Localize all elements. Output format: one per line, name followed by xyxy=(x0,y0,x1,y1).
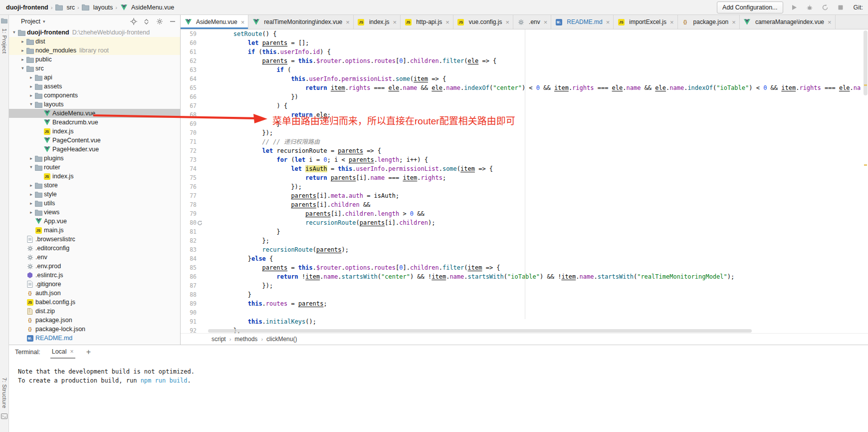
tab-close-icon[interactable]: × xyxy=(393,19,397,25)
tree-item-package.json[interactable]: {}package.json xyxy=(9,316,180,325)
tree-chevron-icon[interactable]: ▸ xyxy=(28,201,34,206)
editor-breadcrumb-item-clickMenu()[interactable]: clickMenu() xyxy=(266,336,297,343)
editor-tab-.env[interactable]: .env× xyxy=(513,15,551,29)
tree-item-assets[interactable]: ▸assets xyxy=(9,82,180,91)
project-view-selector[interactable]: Project xyxy=(21,18,40,25)
editor-tab-vue.config.js[interactable]: JSvue.config.js× xyxy=(453,15,513,29)
stripe-project-label[interactable]: 1: Project xyxy=(1,28,7,53)
tree-chevron-icon[interactable]: ▸ xyxy=(28,183,34,188)
editor-tab-http-api.js[interactable]: JShttp-api.js× xyxy=(401,15,453,29)
tree-item-api[interactable]: ▸api xyxy=(9,73,180,82)
stop-icon[interactable] xyxy=(836,3,845,12)
tab-close-icon[interactable]: × xyxy=(505,19,509,25)
tree-chevron-icon[interactable]: ▸ xyxy=(28,84,34,89)
tree-chevron-icon[interactable]: ▸ xyxy=(29,101,34,108)
debug-icon[interactable] xyxy=(805,3,814,12)
tree-item-.eslintrc.js[interactable]: .eslintrc.js xyxy=(9,271,180,280)
tab-close-icon[interactable]: × xyxy=(606,19,610,25)
tree-item-App.vue[interactable]: App.vue xyxy=(9,217,180,226)
editor-tab-importExcel.js[interactable]: JSimportExcel.js× xyxy=(614,15,677,29)
tree-item-node_modules[interactable]: ▸node_moduleslibrary root xyxy=(9,46,180,55)
git-branch-widget[interactable]: Git: xyxy=(854,4,863,11)
new-terminal-session-button[interactable]: + xyxy=(86,348,91,357)
editor-tab-package.json[interactable]: {}package.json× xyxy=(678,15,740,29)
tree-item-auth.json[interactable]: {}auth.json xyxy=(9,289,180,298)
editor-breadcrumb-item-methods[interactable]: methods xyxy=(234,336,257,343)
tree-chevron-icon[interactable]: ▸ xyxy=(28,93,34,98)
tree-item-public[interactable]: ▸public xyxy=(9,55,180,64)
tree-chevron-icon[interactable]: ▸ xyxy=(28,210,34,215)
gear-icon[interactable] xyxy=(156,18,163,25)
editor-tab-realTimeMonitoring\index.vue[interactable]: realTimeMonitoring\index.vue× xyxy=(248,15,354,29)
tree-item-dist[interactable]: ▸dist xyxy=(9,37,180,46)
tab-close-icon[interactable]: × xyxy=(445,19,449,25)
tree-item-index.js[interactable]: JSindex.js xyxy=(9,172,180,181)
locate-file-icon[interactable] xyxy=(130,18,137,25)
tree-item-views[interactable]: ▸views xyxy=(9,208,180,217)
tree-item-main.js[interactable]: JSmain.js xyxy=(9,226,180,235)
code-editor[interactable]: 59 setRoute() {60 let parents = [];61 if… xyxy=(181,29,868,333)
tree-item-.browserslistrc[interactable]: .browserslistrc xyxy=(9,235,180,244)
tree-item-README.md[interactable]: M↓README.md xyxy=(9,334,180,343)
warning-stripe-mark[interactable] xyxy=(864,84,867,86)
update-project-icon[interactable] xyxy=(821,3,830,12)
tree-item-.env[interactable]: .env xyxy=(9,253,180,262)
tree-item-index.js[interactable]: JSindex.js xyxy=(9,127,180,136)
stripe-structure-label[interactable]: 7: Structure xyxy=(1,378,7,409)
project-stripe-icon[interactable] xyxy=(1,18,7,23)
tree-item-style[interactable]: ▸style xyxy=(9,190,180,199)
tree-chevron-icon[interactable]: ▸ xyxy=(28,192,34,197)
tree-chevron-icon[interactable]: ▸ xyxy=(28,75,34,80)
tab-close-icon[interactable]: × xyxy=(241,19,245,25)
tree-item-.editorconfig[interactable]: .editorconfig xyxy=(9,244,180,253)
tree-chevron-icon[interactable]: ▸ xyxy=(19,39,26,44)
tree-item-PageHeader.vue[interactable]: PageHeader.vue xyxy=(9,145,180,154)
terminal-stripe-icon[interactable] xyxy=(1,414,7,419)
tree-item-components[interactable]: ▸components xyxy=(9,91,180,100)
tab-close-icon[interactable]: × xyxy=(828,19,832,25)
tree-chevron-icon[interactable]: ▸ xyxy=(29,164,34,171)
editor-tab-README.md[interactable]: M↓README.md× xyxy=(551,15,614,29)
tree-item-AsideMenu.vue[interactable]: AsideMenu.vue xyxy=(9,109,180,118)
tree-item-Breadcrumb.vue[interactable]: Breadcrumb.vue xyxy=(9,118,180,127)
collapse-all-icon[interactable] xyxy=(143,18,150,25)
breadcrumb-item-AsideMenu.vue[interactable]: AsideMenu.vue xyxy=(119,4,175,11)
tab-close-icon[interactable]: × xyxy=(544,19,548,25)
editor-breadcrumb-item-script[interactable]: script xyxy=(212,336,226,343)
hide-panel-icon[interactable] xyxy=(169,18,176,25)
add-configuration-button[interactable]: Add Configuration... xyxy=(717,1,783,13)
terminal-tab-local[interactable]: Local × xyxy=(50,346,75,359)
breadcrumb-item-duoji-frontend[interactable]: duoji-frontend xyxy=(5,4,49,11)
tree-item-dist.zip[interactable]: dist.zip xyxy=(9,307,180,316)
tree-item-router[interactable]: ▸router xyxy=(9,163,180,172)
tree-chevron-icon[interactable]: ▸ xyxy=(12,29,17,36)
run-icon[interactable] xyxy=(790,3,799,12)
horizontal-scrollbar[interactable] xyxy=(208,329,752,333)
tree-item-.env.prod[interactable]: .env.prod xyxy=(9,262,180,271)
tree-item-plugins[interactable]: ▸plugins xyxy=(9,154,180,163)
warning-stripe-mark[interactable] xyxy=(864,164,867,166)
editor-tab-index.js[interactable]: JSindex.js× xyxy=(354,15,401,29)
tree-item-package-lock.json[interactable]: {}package-lock.json xyxy=(9,325,180,334)
breadcrumb-item-src[interactable]: src xyxy=(54,4,76,11)
editor-tab-AsideMenu.vue[interactable]: AsideMenu.vue× xyxy=(181,15,248,29)
tree-chevron-icon[interactable]: ▸ xyxy=(19,57,26,62)
tree-item-duoji-frontend[interactable]: ▸duoji-frontendD:\zheheWeb\duoji-fronten… xyxy=(9,28,180,37)
tab-close-icon[interactable]: × xyxy=(346,19,350,25)
editor-tab-cameraManage\index.vue[interactable]: cameraManage\index.vue× xyxy=(740,15,836,29)
tree-item-layouts[interactable]: ▸layouts xyxy=(9,100,180,109)
tab-close-icon[interactable]: × xyxy=(670,19,674,25)
tree-item-babel.config.js[interactable]: JSbabel.config.js xyxy=(9,298,180,307)
tree-item-src[interactable]: ▸src xyxy=(9,64,180,73)
close-icon[interactable]: × xyxy=(70,348,74,355)
tree-item-.gitignore[interactable]: .gitignore xyxy=(9,280,180,289)
terminal-output[interactable]: Note that the development build is not o… xyxy=(9,359,868,385)
breadcrumb-item-layouts[interactable]: layouts xyxy=(81,4,114,11)
tree-chevron-icon[interactable]: ▸ xyxy=(28,156,34,161)
tree-item-PageContent.vue[interactable]: PageContent.vue xyxy=(9,136,180,145)
tree-chevron-icon[interactable]: ▸ xyxy=(20,65,25,72)
tree-chevron-icon[interactable]: ▸ xyxy=(19,48,26,53)
tree-item-utils[interactable]: ▸utils xyxy=(9,199,180,208)
tab-close-icon[interactable]: × xyxy=(732,19,736,25)
tree-item-store[interactable]: ▸store xyxy=(9,181,180,190)
